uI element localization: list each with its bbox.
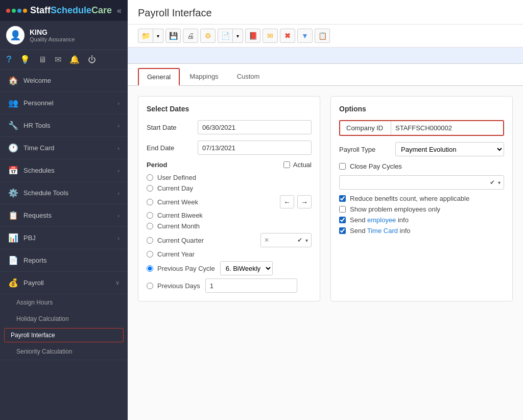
checkbox-show-problem[interactable]: Show problem employees only xyxy=(339,205,504,213)
radio-current-quarter[interactable]: Current Quarter xyxy=(147,237,257,244)
chevron-right-icon: › xyxy=(117,190,120,196)
sidebar-item-schedules[interactable]: 📅 Schedules › xyxy=(0,159,128,182)
sidebar-item-label: HR Tools xyxy=(23,122,51,129)
save-btn[interactable]: 💾 xyxy=(165,29,181,43)
close-pay-cycles-row[interactable]: Close Pay Cycles xyxy=(339,162,504,170)
company-id-row: Company ID xyxy=(339,120,504,136)
radio-user-defined[interactable]: User Defined xyxy=(147,174,312,181)
end-date-label: End Date xyxy=(147,144,193,152)
checkbox-reduce-benefits[interactable]: Reduce benefits count, where applicable xyxy=(339,195,504,202)
select-dates-panel: Select Dates Start Date End Date Period xyxy=(138,96,320,301)
schedules-icon: 📅 xyxy=(8,166,18,175)
email-btn[interactable]: ✉ xyxy=(263,29,278,43)
pdf-btn[interactable]: 📕 xyxy=(245,29,260,43)
sidebar: StaffScheduleCare « 👤 KING Quality Assur… xyxy=(0,0,128,420)
tab-mappings[interactable]: Mappings xyxy=(181,68,227,85)
sidebar-quick-icons: ? 💡 🖥 ✉ 🔔 ⏻ xyxy=(0,50,128,69)
hr-tools-icon: 🔧 xyxy=(8,121,18,130)
filter-btn[interactable]: ▼ xyxy=(297,29,313,43)
sidebar-item-time-card[interactable]: 🕐 Time Card › xyxy=(0,137,128,159)
sidebar-item-schedule-tools[interactable]: ⚙️ Schedule Tools › xyxy=(0,182,128,204)
tab-general[interactable]: General xyxy=(138,68,180,86)
radio-current-day[interactable]: Current Day xyxy=(147,184,312,192)
close-pay-arrow-icon[interactable]: ▾ xyxy=(498,180,501,185)
biweekly-select[interactable]: 6. BiWeekly xyxy=(220,261,273,275)
period-next-btn[interactable]: → xyxy=(297,195,312,208)
pbj-icon: 📊 xyxy=(8,233,18,243)
sidebar-item-label: Personnel xyxy=(23,99,54,107)
sidebar-item-personnel[interactable]: 👥 Personnel › xyxy=(0,92,128,114)
logo-text: StaffScheduleCare xyxy=(30,5,112,16)
chevron-right-icon: › xyxy=(117,168,120,174)
sidebar-item-reports[interactable]: 📄 Reports xyxy=(0,249,128,272)
sidebar-subitem-holiday-calculation[interactable]: Holiday Calculation xyxy=(0,311,128,327)
sidebar-item-label: Reports xyxy=(23,256,47,264)
personnel-icon: 👥 xyxy=(8,98,18,108)
close-pay-check-btn[interactable]: ✔ xyxy=(490,179,495,186)
chevron-right-icon: › xyxy=(117,235,120,241)
bell-icon[interactable]: 🔔 xyxy=(69,55,80,64)
sidebar-subitem-assign-hours[interactable]: Assign Hours xyxy=(0,294,128,311)
radio-current-week[interactable]: Current Week xyxy=(147,198,277,206)
dropdown-arrow-icon[interactable]: ▾ xyxy=(305,238,308,243)
file-btn[interactable]: 📄 xyxy=(218,29,233,43)
sidebar-subitem-seniority-calculation[interactable]: Seniority Calculation xyxy=(0,343,128,360)
tab-custom[interactable]: Custom xyxy=(228,68,269,85)
folder-dropdown-btn[interactable]: ▾ xyxy=(153,29,163,43)
radio-current-year[interactable]: Current Year xyxy=(147,250,312,258)
sidebar-item-hr-tools[interactable]: 🔧 HR Tools › xyxy=(0,114,128,137)
sidebar-item-label: Payroll xyxy=(23,279,44,287)
options-checkboxes: Reduce benefits count, where applicable … xyxy=(339,195,504,235)
page-header: Payroll Interface xyxy=(128,0,523,25)
company-id-input[interactable] xyxy=(391,121,503,135)
time-card-icon: 🕐 xyxy=(8,143,18,153)
sidebar-item-welcome[interactable]: 🏠 Welcome xyxy=(0,69,128,92)
chevron-right-icon: › xyxy=(117,123,120,129)
dropdown-check-btn[interactable]: ✔ xyxy=(297,237,302,244)
export-btn[interactable]: 📋 xyxy=(315,29,330,43)
tablet-icon[interactable]: 🖥 xyxy=(38,55,46,64)
radio-current-month[interactable]: Current Month xyxy=(147,222,312,230)
print-btn[interactable]: 🖨 xyxy=(183,29,198,43)
settings-btn[interactable]: ⚙ xyxy=(200,29,216,43)
company-id-label: Company ID xyxy=(340,121,391,135)
sidebar-item-payroll[interactable]: 💰 Payroll ∨ xyxy=(0,272,128,294)
sidebar-item-label: Welcome xyxy=(23,77,51,84)
payroll-type-label: Payroll Type xyxy=(339,146,390,153)
time-card-link[interactable]: Time Card xyxy=(367,227,398,235)
sidebar-item-pbj[interactable]: 📊 PBJ › xyxy=(0,227,128,249)
radio-current-biweek[interactable]: Current Biweek xyxy=(147,212,312,219)
sidebar-subitem-payroll-interface[interactable]: Payroll Interface xyxy=(4,328,124,342)
reports-icon: 📄 xyxy=(8,255,18,265)
sidebar-collapse-btn[interactable]: « xyxy=(117,6,122,15)
actual-checkbox[interactable] xyxy=(283,161,290,168)
help-icon[interactable]: ? xyxy=(6,54,12,65)
payroll-type-row: Payroll Type Payment Evolution xyxy=(339,142,504,156)
sidebar-item-label: Schedules xyxy=(23,167,55,174)
content-area: Select Dates Start Date End Date Period xyxy=(128,86,523,420)
checkbox-send-employee[interactable]: Send employee info xyxy=(339,216,504,224)
file-dropdown-btn[interactable]: ▾ xyxy=(233,29,243,43)
radio-previous-days[interactable]: Previous Days xyxy=(147,282,200,290)
close-pay-dropdown[interactable]: ✔ ▾ xyxy=(339,175,504,190)
payroll-icon: 💰 xyxy=(8,278,18,288)
options-title: Options xyxy=(339,105,504,113)
close-dropdown-clear-btn[interactable]: ✕ xyxy=(264,237,269,244)
previous-days-input[interactable] xyxy=(205,278,297,293)
close-pay-cycles-checkbox[interactable] xyxy=(339,163,346,170)
sidebar-item-requests[interactable]: 📋 Requests › xyxy=(0,204,128,227)
bulb-icon[interactable]: 💡 xyxy=(20,55,30,64)
payroll-type-select[interactable]: Payment Evolution xyxy=(395,142,504,156)
period-prev-btn[interactable]: ← xyxy=(280,195,294,208)
employee-link[interactable]: employee xyxy=(367,216,396,224)
end-date-input[interactable] xyxy=(198,141,312,155)
actual-checkbox-label[interactable]: Actual xyxy=(283,161,312,169)
select-dates-title: Select Dates xyxy=(147,105,312,113)
checkbox-send-time-card[interactable]: Send Time Card info xyxy=(339,227,504,235)
radio-previous-pay-cycle[interactable]: Previous Pay Cycle xyxy=(147,265,215,272)
power-icon[interactable]: ⏻ xyxy=(88,55,96,64)
start-date-input[interactable] xyxy=(198,120,312,134)
mail-icon[interactable]: ✉ xyxy=(55,55,61,64)
folder-btn[interactable]: 📁 xyxy=(138,29,153,43)
delete-btn[interactable]: ✖ xyxy=(280,29,295,43)
